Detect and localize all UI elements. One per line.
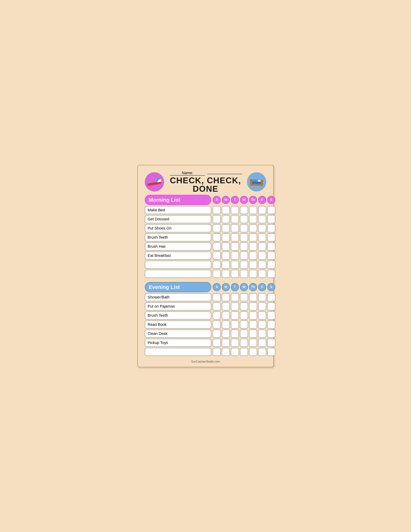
- morning-checkbox-6-0[interactable]: [213, 261, 221, 269]
- evening-checkbox-1-0[interactable]: [213, 302, 221, 310]
- morning-checkbox-1-5[interactable]: [258, 215, 266, 223]
- morning-checkbox-4-3[interactable]: [240, 242, 248, 250]
- morning-checkbox-2-2[interactable]: [231, 224, 239, 232]
- morning-checkbox-0-3[interactable]: [240, 206, 248, 214]
- evening-checkbox-4-6[interactable]: [267, 330, 275, 338]
- evening-checkbox-3-4[interactable]: [249, 321, 257, 329]
- evening-checkbox-5-2[interactable]: [231, 339, 239, 347]
- evening-checkbox-4-3[interactable]: [240, 330, 248, 338]
- evening-checkbox-5-5[interactable]: [258, 339, 266, 347]
- morning-checkbox-5-0[interactable]: [213, 252, 221, 260]
- morning-checkbox-1-4[interactable]: [249, 215, 257, 223]
- evening-checkbox-6-1[interactable]: [222, 348, 230, 356]
- evening-checkbox-1-4[interactable]: [249, 302, 257, 310]
- morning-checkbox-5-5[interactable]: [258, 252, 266, 260]
- morning-checkbox-5-3[interactable]: [240, 252, 248, 260]
- evening-checkbox-4-5[interactable]: [258, 330, 266, 338]
- evening-checkbox-3-0[interactable]: [213, 321, 221, 329]
- morning-checkbox-5-6[interactable]: [267, 252, 275, 260]
- evening-checkbox-0-6[interactable]: [267, 293, 275, 301]
- evening-checkbox-3-6[interactable]: [267, 321, 275, 329]
- evening-checkbox-5-0[interactable]: [213, 339, 221, 347]
- evening-checkbox-0-2[interactable]: [231, 293, 239, 301]
- morning-checkbox-0-2[interactable]: [231, 206, 239, 214]
- morning-checkbox-2-4[interactable]: [249, 224, 257, 232]
- evening-checkbox-6-6[interactable]: [267, 348, 275, 356]
- evening-checkbox-2-5[interactable]: [258, 311, 266, 320]
- evening-checkbox-1-5[interactable]: [258, 302, 266, 310]
- morning-checkbox-6-1[interactable]: [222, 261, 230, 269]
- evening-checkbox-4-1[interactable]: [222, 330, 230, 338]
- evening-checkbox-2-0[interactable]: [213, 311, 221, 320]
- morning-checkbox-7-2[interactable]: [231, 270, 239, 278]
- morning-checkbox-3-6[interactable]: [267, 233, 275, 241]
- morning-checkbox-5-2[interactable]: [231, 252, 239, 260]
- evening-checkbox-4-4[interactable]: [249, 330, 257, 338]
- morning-checkbox-4-6[interactable]: [267, 242, 275, 250]
- evening-checkbox-1-3[interactable]: [240, 302, 248, 310]
- morning-checkbox-1-3[interactable]: [240, 215, 248, 223]
- morning-checkbox-3-4[interactable]: [249, 233, 257, 241]
- morning-checkbox-4-4[interactable]: [249, 242, 257, 250]
- morning-checkbox-3-3[interactable]: [240, 233, 248, 241]
- morning-checkbox-4-1[interactable]: [222, 242, 230, 250]
- evening-checkbox-1-2[interactable]: [231, 302, 239, 310]
- morning-checkbox-2-6[interactable]: [267, 224, 275, 232]
- morning-checkbox-0-5[interactable]: [258, 206, 266, 214]
- morning-checkbox-6-5[interactable]: [258, 261, 266, 269]
- morning-checkbox-5-1[interactable]: [222, 252, 230, 260]
- morning-checkbox-3-0[interactable]: [213, 233, 221, 241]
- evening-checkbox-2-2[interactable]: [231, 311, 239, 320]
- evening-checkbox-5-4[interactable]: [249, 339, 257, 347]
- evening-checkbox-0-1[interactable]: [222, 293, 230, 301]
- evening-checkbox-3-5[interactable]: [258, 321, 266, 329]
- evening-checkbox-0-3[interactable]: [240, 293, 248, 301]
- morning-checkbox-3-5[interactable]: [258, 233, 266, 241]
- evening-checkbox-0-5[interactable]: [258, 293, 266, 301]
- evening-checkbox-1-6[interactable]: [267, 302, 275, 310]
- evening-checkbox-3-3[interactable]: [240, 321, 248, 329]
- evening-checkbox-0-0[interactable]: [213, 293, 221, 301]
- morning-checkbox-7-5[interactable]: [258, 270, 266, 278]
- evening-checkbox-2-4[interactable]: [249, 311, 257, 320]
- morning-checkbox-6-3[interactable]: [240, 261, 248, 269]
- morning-checkbox-7-3[interactable]: [240, 270, 248, 278]
- morning-checkbox-2-3[interactable]: [240, 224, 248, 232]
- morning-checkbox-4-0[interactable]: [213, 242, 221, 250]
- evening-checkbox-4-0[interactable]: [213, 330, 221, 338]
- evening-checkbox-2-1[interactable]: [222, 311, 230, 320]
- morning-checkbox-0-0[interactable]: [213, 206, 221, 214]
- morning-checkbox-7-1[interactable]: [222, 270, 230, 278]
- morning-checkbox-2-5[interactable]: [258, 224, 266, 232]
- morning-checkbox-7-6[interactable]: [267, 270, 275, 278]
- evening-checkbox-6-2[interactable]: [231, 348, 239, 356]
- evening-checkbox-2-3[interactable]: [240, 311, 248, 320]
- morning-checkbox-0-6[interactable]: [267, 206, 275, 214]
- evening-checkbox-6-0[interactable]: [213, 348, 221, 356]
- morning-checkbox-7-4[interactable]: [249, 270, 257, 278]
- morning-checkbox-2-1[interactable]: [222, 224, 230, 232]
- evening-checkbox-5-1[interactable]: [222, 339, 230, 347]
- morning-checkbox-4-5[interactable]: [258, 242, 266, 250]
- morning-checkbox-1-0[interactable]: [213, 215, 221, 223]
- morning-checkbox-6-6[interactable]: [267, 261, 275, 269]
- morning-checkbox-1-1[interactable]: [222, 215, 230, 223]
- morning-checkbox-5-4[interactable]: [249, 252, 257, 260]
- morning-checkbox-3-1[interactable]: [222, 233, 230, 241]
- morning-checkbox-4-2[interactable]: [231, 242, 239, 250]
- evening-checkbox-3-1[interactable]: [222, 321, 230, 329]
- evening-checkbox-0-4[interactable]: [249, 293, 257, 301]
- evening-checkbox-1-1[interactable]: [222, 302, 230, 310]
- evening-checkbox-6-5[interactable]: [258, 348, 266, 356]
- morning-checkbox-7-0[interactable]: [213, 270, 221, 278]
- evening-checkbox-5-3[interactable]: [240, 339, 248, 347]
- morning-checkbox-0-1[interactable]: [222, 206, 230, 214]
- morning-checkbox-1-2[interactable]: [231, 215, 239, 223]
- evening-checkbox-6-4[interactable]: [249, 348, 257, 356]
- evening-checkbox-2-6[interactable]: [267, 311, 275, 320]
- evening-checkbox-5-6[interactable]: [267, 339, 275, 347]
- evening-checkbox-6-3[interactable]: [240, 348, 248, 356]
- morning-checkbox-6-2[interactable]: [231, 261, 239, 269]
- morning-checkbox-2-0[interactable]: [213, 224, 221, 232]
- evening-checkbox-3-2[interactable]: [231, 321, 239, 329]
